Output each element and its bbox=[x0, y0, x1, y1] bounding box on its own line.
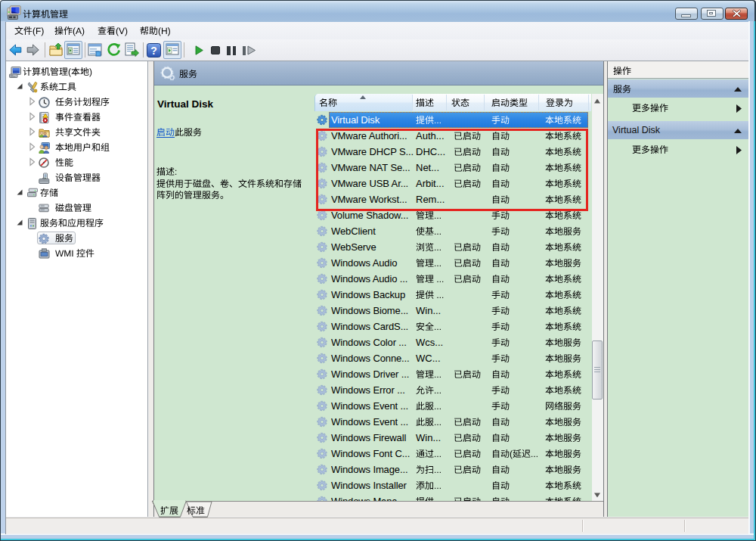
svg-text:?: ? bbox=[150, 45, 157, 57]
